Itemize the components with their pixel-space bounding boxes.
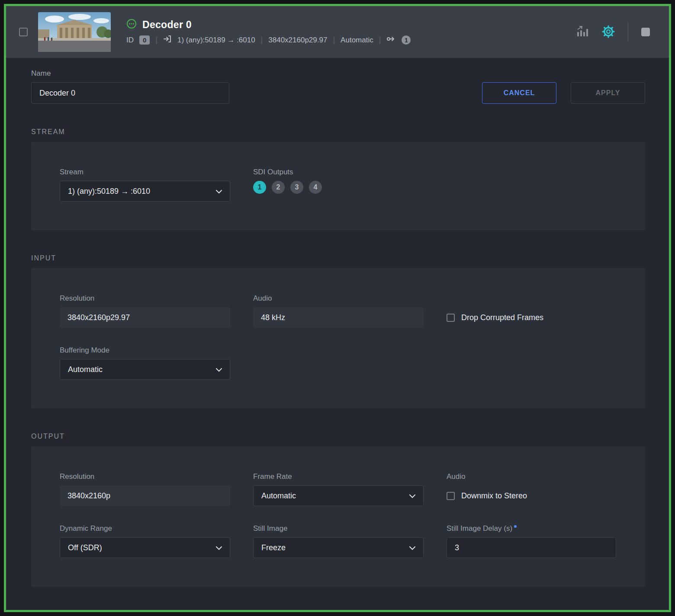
still-image-label: Still Image	[253, 524, 424, 533]
meta-separator: |	[261, 35, 263, 45]
input-audio-value: 48 kHz	[253, 307, 424, 328]
cancel-button[interactable]: CANCEL	[482, 82, 556, 104]
gear-icon	[602, 25, 615, 39]
decoder-panel: Decoder 0 ID 0 | 1) (any):50189 → :6010	[4, 4, 671, 612]
chevron-down-icon	[216, 543, 222, 552]
frame-rate-label: Frame Rate	[253, 472, 424, 481]
still-image-value: Freeze	[261, 543, 286, 552]
still-image-delay-input[interactable]	[447, 537, 616, 558]
meta-separator: |	[379, 35, 381, 45]
settings-button[interactable]	[602, 25, 615, 39]
dynamic-range-select[interactable]: Off (SDR)	[60, 537, 230, 558]
frame-rate-value: Automatic	[261, 491, 296, 500]
decoder-settings-body: Name CANCEL APPLY STREAM Stream 1) (any)…	[6, 58, 669, 587]
stream-section-title: STREAM	[31, 128, 645, 136]
buffering-mode-value: Automatic	[68, 365, 103, 374]
chevron-down-icon	[409, 543, 415, 552]
id-label: ID	[126, 36, 134, 45]
decoder-meta: ID 0 | 1) (any):50189 → :6010 | 3840x216…	[126, 35, 411, 45]
still-image-delay-label-text: Still Image Delay (s)	[447, 524, 512, 533]
dynamic-range-label: Dynamic Range	[60, 524, 230, 533]
drop-corrupted-frames-checkbox[interactable]: Drop Corrupted Frames	[447, 313, 616, 322]
input-resolution-label: Resolution	[60, 294, 230, 303]
dynamic-range-value: Off (SDR)	[68, 543, 102, 552]
output-count-badge: 1	[402, 35, 411, 45]
preview-thumbnail	[38, 12, 111, 52]
input-audio-group: Audio 48 kHz	[253, 294, 424, 328]
frame-rate-group: Frame Rate Automatic	[253, 472, 424, 506]
input-section-title: INPUT	[31, 254, 645, 262]
modified-dot-icon	[514, 525, 517, 528]
downmix-to-stereo-label: Downmix to Stereo	[461, 491, 527, 500]
sdi-outputs-group: SDI Outputs 1 2 3 4	[253, 168, 424, 194]
chevron-down-icon	[216, 365, 222, 374]
stream-input-icon	[163, 35, 172, 45]
decoder-title-block: Decoder 0 ID 0 | 1) (any):50189 → :6010	[126, 19, 411, 45]
resolution-info: 3840x2160p29.97	[268, 36, 327, 45]
stream-select-value: 1) (any):50189 → :6010	[68, 187, 150, 196]
page-title: Decoder 0	[142, 19, 192, 31]
output-section-title: OUTPUT	[31, 433, 645, 440]
checkbox-icon	[447, 314, 455, 322]
output-audio-label: Audio	[447, 472, 616, 481]
output-route-icon	[386, 35, 396, 45]
still-image-group: Still Image Freeze	[253, 524, 424, 558]
still-image-delay-group: Still Image Delay (s)	[447, 524, 616, 558]
name-input[interactable]	[31, 82, 229, 104]
output-audio-group: Audio Downmix to Stereo	[447, 472, 616, 506]
chart-icon	[576, 26, 589, 39]
square-icon	[641, 28, 650, 36]
buffering-mode-select[interactable]: Automatic	[60, 359, 230, 380]
stream-field-group: Stream 1) (any):50189 → :6010	[60, 168, 230, 202]
status-icon	[126, 19, 137, 31]
drop-corrupted-frames-label: Drop Corrupted Frames	[461, 313, 543, 322]
stream-panel: Stream 1) (any):50189 → :6010 SDI Output…	[31, 142, 645, 230]
id-badge: 0	[139, 35, 150, 45]
output-resolution-label: Resolution	[60, 472, 230, 481]
header-divider	[628, 22, 628, 42]
apply-button[interactable]: APPLY	[571, 82, 645, 104]
still-image-delay-label: Still Image Delay (s)	[447, 524, 616, 533]
input-panel: Resolution 3840x2160p29.97 Audio 48 kHz …	[31, 268, 645, 408]
decoder-header: Decoder 0 ID 0 | 1) (any):50189 → :6010	[6, 6, 669, 58]
meta-separator: |	[155, 35, 158, 45]
stream-label: Stream	[60, 168, 230, 176]
meta-separator: |	[333, 35, 335, 45]
frame-rate-select[interactable]: Automatic	[253, 485, 424, 506]
output-resolution-value: 3840x2160p	[60, 485, 230, 506]
checkbox-icon	[447, 492, 455, 500]
dynamic-range-group: Dynamic Range Off (SDR)	[60, 524, 230, 558]
chevron-down-icon	[216, 187, 222, 196]
chevron-down-icon	[409, 491, 415, 500]
name-field-group: Name	[31, 69, 229, 104]
buffering-mode-label: Buffering Mode	[60, 346, 230, 355]
sdi-outputs-label: SDI Outputs	[253, 168, 424, 176]
collapse-button[interactable]	[641, 28, 650, 36]
input-resolution-value: 3840x2160p29.97	[60, 307, 230, 328]
select-decoder-checkbox[interactable]	[19, 28, 28, 36]
name-label: Name	[31, 69, 229, 78]
still-image-select[interactable]: Freeze	[253, 537, 424, 558]
statistics-button[interactable]	[576, 26, 589, 39]
buffering-mode-group: Buffering Mode Automatic	[60, 346, 230, 380]
output-resolution-group: Resolution 3840x2160p	[60, 472, 230, 506]
stream-select[interactable]: 1) (any):50189 → :6010	[60, 181, 230, 202]
stream-info: 1) (any):50189 → :6010	[177, 36, 255, 45]
drop-corrupted-group: Drop Corrupted Frames	[447, 294, 616, 322]
output-panel: Resolution 3840x2160p Frame Rate Automat…	[31, 446, 645, 587]
sdi-output-2[interactable]: 2	[272, 181, 285, 194]
sdi-output-3[interactable]: 3	[290, 181, 303, 194]
downmix-to-stereo-checkbox[interactable]: Downmix to Stereo	[447, 491, 527, 500]
input-resolution-group: Resolution 3840x2160p29.97	[60, 294, 230, 328]
buffering-info: Automatic	[341, 36, 373, 45]
sdi-output-4[interactable]: 4	[309, 181, 322, 194]
sdi-output-1[interactable]: 1	[253, 181, 266, 194]
input-audio-label: Audio	[253, 294, 424, 303]
